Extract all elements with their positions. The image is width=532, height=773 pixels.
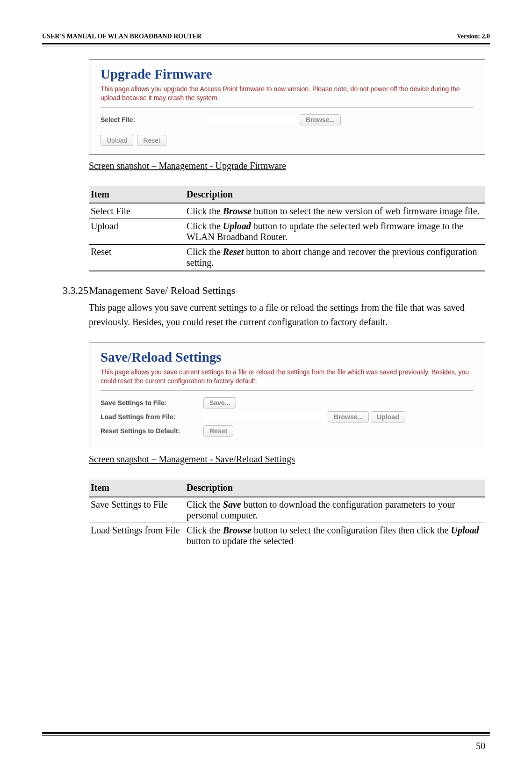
header-right: Version: 2.0 bbox=[457, 33, 490, 40]
item-cell: Save Settings to File bbox=[89, 496, 185, 523]
reset-row: Reset Settings to Default: Reset bbox=[101, 425, 474, 437]
page-number: 50 bbox=[476, 741, 485, 751]
upload-button[interactable]: Upload bbox=[371, 411, 405, 423]
panel-note: This page allows you upgrade the Access … bbox=[101, 85, 474, 102]
header-left: USER'S MANUAL OF WLAN BROADBAND ROUTER bbox=[42, 33, 201, 40]
upgrade-table: Item Description Select File Click the B… bbox=[89, 186, 485, 271]
desc-cell: Click the Upload button to update the se… bbox=[185, 219, 485, 244]
item-cell: Load Settings from File bbox=[89, 523, 185, 548]
col-desc: Description bbox=[185, 480, 485, 497]
table-row: Upload Click the Upload button to update… bbox=[89, 219, 485, 244]
save-reload-table: Item Description Save Settings to File C… bbox=[89, 480, 485, 548]
section-heading: 3.3.25 Management Save/ Reload Settings bbox=[63, 284, 485, 297]
caption-save-reload: Screen snapshot – Management - Save/Relo… bbox=[89, 454, 485, 465]
header-rule bbox=[42, 43, 490, 46]
section-number: 3.3.25 bbox=[63, 284, 89, 297]
table-row: Load Settings from File Click the Browse… bbox=[89, 523, 485, 548]
save-row: Save Settings to File: Save... bbox=[101, 397, 474, 408]
caption-upgrade: Screen snapshot – Management - Upgrade F… bbox=[89, 160, 485, 171]
table-row: Save Settings to File Click the Save but… bbox=[89, 496, 485, 523]
desc-cell: Click the Save button to download the co… bbox=[185, 496, 485, 523]
item-cell: Select File bbox=[89, 203, 185, 219]
divider bbox=[101, 107, 474, 108]
desc-cell: Click the Reset button to abort change a… bbox=[185, 244, 485, 270]
select-file-row: Select File: Browse... bbox=[101, 114, 474, 125]
table-row: Select File Click the Browse button to s… bbox=[89, 203, 485, 219]
browse-button[interactable]: Browse... bbox=[328, 411, 369, 423]
footer-rule bbox=[42, 732, 490, 736]
col-item: Item bbox=[89, 480, 185, 497]
browse-button[interactable]: Browse... bbox=[300, 114, 341, 125]
item-cell: Upload bbox=[89, 219, 185, 244]
desc-cell: Click the Browse button to select the co… bbox=[185, 523, 485, 548]
table-row: Reset Click the Reset button to abort ch… bbox=[89, 244, 485, 270]
reset-button[interactable]: Reset bbox=[137, 135, 166, 146]
select-file-label: Select File: bbox=[101, 116, 203, 124]
select-file-input[interactable] bbox=[203, 115, 297, 125]
divider bbox=[101, 390, 474, 391]
desc-cell: Click the Browse button to select the ne… bbox=[185, 203, 485, 219]
section-title: Management Save/ Reload Settings bbox=[89, 284, 235, 297]
reset-label: Reset Settings to Default: bbox=[101, 427, 203, 435]
col-desc: Description bbox=[185, 186, 485, 204]
reset-button[interactable]: Reset bbox=[203, 425, 233, 437]
upload-button[interactable]: Upload bbox=[101, 135, 133, 146]
col-item: Item bbox=[89, 186, 185, 204]
load-row: Load Settings from File: Browse... Uploa… bbox=[101, 411, 474, 423]
panel-title: Upgrade Firmware bbox=[101, 66, 474, 82]
save-button[interactable]: Save... bbox=[203, 397, 236, 408]
save-label: Save Settings to File: bbox=[101, 399, 203, 407]
section-body: This page allows you save current settin… bbox=[89, 300, 485, 329]
upgrade-firmware-panel: Upgrade Firmware This page allows you up… bbox=[89, 59, 485, 155]
item-cell: Reset bbox=[89, 244, 185, 270]
load-label: Load Settings from File: bbox=[101, 413, 203, 421]
save-reload-panel: Save/Reload Settings This page allows yo… bbox=[89, 343, 485, 448]
page-header: USER'S MANUAL OF WLAN BROADBAND ROUTER V… bbox=[42, 33, 490, 43]
load-input[interactable] bbox=[203, 412, 325, 422]
panel-title: Save/Reload Settings bbox=[101, 350, 474, 365]
panel-note: This page allows you save current settin… bbox=[101, 368, 474, 386]
